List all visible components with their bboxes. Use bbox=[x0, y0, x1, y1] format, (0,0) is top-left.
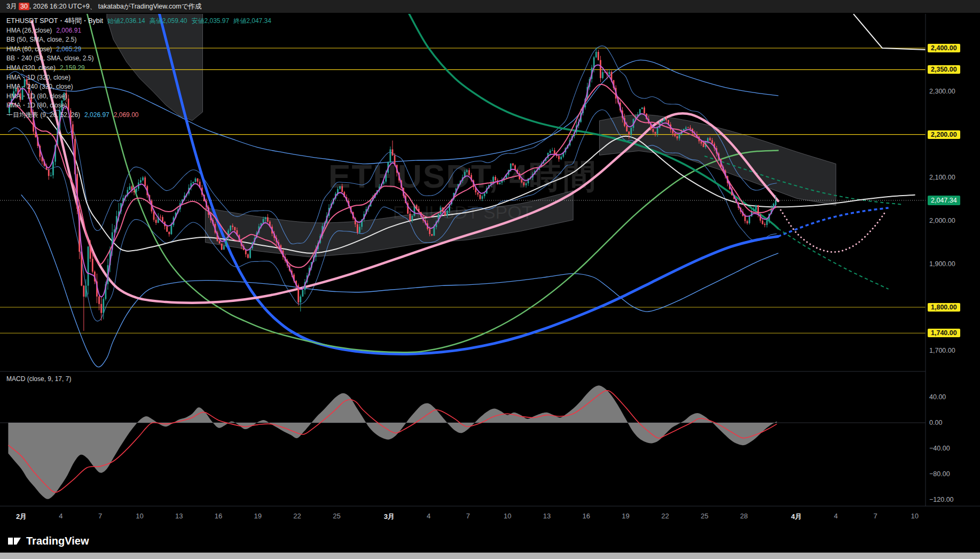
macd-tick: −120.00 bbox=[929, 496, 954, 503]
snapshot-attribution: , 2026 16:20 UTC+9、 takatabaがTradingView… bbox=[29, 3, 202, 10]
time-tick: 3月 bbox=[384, 512, 395, 522]
legend-row[interactable]: 一目均衡表 (9, 26, 52, 26)2,026.972,069.00 bbox=[6, 111, 271, 120]
legend-value: 2,065.29 bbox=[56, 45, 81, 53]
tradingview-screenshot: 3月 30, 2026 16:20 UTC+9、 takatabaがTradin… bbox=[0, 0, 980, 559]
macd-tick: −40.00 bbox=[929, 445, 950, 452]
legend-row[interactable]: HMA (26, close)2,006.91 bbox=[6, 26, 271, 36]
price-tick: 2,000.00 bbox=[929, 217, 955, 224]
legend-label: BB (50, SMA, close, 2.5) bbox=[6, 36, 76, 43]
legend-value: 高値2,059.40 bbox=[150, 17, 187, 25]
current-price-badge: 2,047.34 bbox=[928, 196, 960, 205]
macd-tick: −80.00 bbox=[929, 470, 950, 478]
legend-row[interactable]: BB・240 (50, SMA, close, 2.5) bbox=[6, 54, 271, 64]
drawn-trendline[interactable] bbox=[853, 14, 926, 50]
price-tick: 1,900.00 bbox=[929, 260, 955, 268]
legend-value: 2,159.29 bbox=[60, 64, 85, 72]
indicator-legend[interactable]: ETHUSDT SPOT・4時間・Bybit始値2,036.14高値2,059.… bbox=[6, 17, 271, 120]
top-info-bar: 3月 30, 2026 16:20 UTC+9、 takatabaがTradin… bbox=[0, 0, 980, 13]
time-tick: 4月 bbox=[791, 512, 802, 522]
legend-label: BB・240 (50, SMA, close, 2.5) bbox=[6, 55, 93, 62]
price-tick: 2,100.00 bbox=[929, 174, 955, 181]
time-tick: 16 bbox=[583, 512, 590, 520]
time-tick: 25 bbox=[333, 512, 340, 520]
time-tick: 10 bbox=[911, 512, 919, 520]
price-level-badge: 1,740.00 bbox=[928, 329, 960, 337]
legend-value: 2,069.00 bbox=[114, 111, 139, 119]
legend-label: HMA (320, close) bbox=[6, 64, 56, 72]
price-level-badge: 1,800.00 bbox=[928, 303, 960, 312]
pink-projection-cup[interactable] bbox=[781, 210, 886, 252]
legend-row[interactable]: HMA (320, close)2,159.29 bbox=[6, 64, 271, 73]
time-tick: 28 bbox=[740, 512, 748, 520]
hma-1d-320-blue-projection bbox=[778, 208, 889, 236]
legend-row[interactable]: HMA (60, close)2,065.29 bbox=[6, 45, 271, 55]
legend-row[interactable]: BB (50, SMA, close, 2.5) bbox=[6, 35, 271, 45]
time-tick: 10 bbox=[136, 512, 143, 520]
tradingview-logo-icon bbox=[7, 534, 21, 548]
time-tick: 22 bbox=[293, 512, 301, 520]
legend-label: HMA (26, close) bbox=[6, 27, 52, 34]
macd-tick: 0.00 bbox=[929, 419, 942, 426]
legend-value: 終値2,047.34 bbox=[233, 17, 271, 25]
macd-tick: 40.00 bbox=[929, 393, 946, 401]
price-tick: 2,300.00 bbox=[929, 88, 955, 95]
time-tick: 2月 bbox=[16, 512, 27, 522]
time-tick: 13 bbox=[175, 512, 183, 520]
time-tick: 4 bbox=[834, 512, 838, 520]
legend-row[interactable]: HMA・1D (80, close) bbox=[6, 101, 271, 111]
price-level-badge: 2,200.00 bbox=[928, 130, 960, 139]
legend-label: HMA・1D (320, close) bbox=[6, 74, 70, 81]
legend-label: 一目均衡表 (9, 26, 52, 26) bbox=[6, 111, 80, 119]
snapshot-date-prefix: 3月 bbox=[6, 3, 19, 10]
legend-label: ETHUSDT SPOT・4時間・Bybit bbox=[6, 17, 103, 25]
legend-row[interactable]: HMA・1D (80, close) bbox=[6, 92, 271, 102]
time-tick: 19 bbox=[622, 512, 629, 520]
legend-value: 2,026.97 bbox=[84, 111, 109, 119]
price-axis[interactable]: 2,400.002,350.002,300.002,200.002,100.00… bbox=[926, 0, 980, 529]
legend-label: HMA (60, close) bbox=[6, 45, 52, 53]
time-tick: 7 bbox=[98, 512, 102, 520]
hma-240-320-teal bbox=[409, 13, 778, 228]
time-axis[interactable]: 2月471013161922253月47101316192225284月4710 bbox=[0, 506, 926, 529]
price-level-badge: 2,400.00 bbox=[928, 44, 960, 52]
legend-row[interactable]: HMA・240 (320, close) bbox=[6, 82, 271, 92]
time-tick: 25 bbox=[701, 512, 708, 520]
macd-histogram-area bbox=[8, 385, 777, 499]
tradingview-logo[interactable]: TradingView bbox=[7, 534, 89, 548]
macd-indicator-title[interactable]: MACD (close, 9, 17, 7) bbox=[6, 375, 71, 383]
time-tick: 13 bbox=[543, 512, 551, 520]
hma-240-320-teal-projection bbox=[778, 229, 889, 289]
time-tick: 7 bbox=[873, 512, 877, 520]
time-tick: 4 bbox=[59, 512, 62, 520]
time-tick: 4 bbox=[427, 512, 430, 520]
legend-label: HMA・1D (80, close) bbox=[6, 102, 67, 109]
macd-pane[interactable] bbox=[0, 385, 926, 499]
legend-row[interactable]: ETHUSDT SPOT・4時間・Bybit始値2,036.14高値2,059.… bbox=[6, 17, 271, 26]
time-tick: 16 bbox=[215, 512, 222, 520]
price-level-badge: 2,350.00 bbox=[928, 65, 960, 74]
legend-label: HMA・1D (80, close) bbox=[6, 92, 67, 100]
macd-signal-line bbox=[8, 391, 777, 492]
price-tick: 1,700.00 bbox=[929, 347, 955, 354]
tradingview-logo-text: TradingView bbox=[26, 535, 89, 547]
time-tick: 22 bbox=[661, 512, 669, 520]
legend-value: 始値2,036.14 bbox=[107, 17, 145, 25]
bottom-gray-strip bbox=[0, 553, 980, 559]
time-tick: 19 bbox=[254, 512, 262, 520]
time-tick: 7 bbox=[466, 512, 470, 520]
legend-label: HMA・240 (320, close) bbox=[6, 83, 73, 90]
legend-value: 安値2,035.97 bbox=[192, 17, 230, 25]
time-tick: 10 bbox=[504, 512, 511, 520]
legend-value: 2,006.91 bbox=[56, 27, 81, 34]
legend-row[interactable]: HMA・1D (320, close) bbox=[6, 73, 271, 83]
snapshot-date-day-highlight: 30 bbox=[19, 3, 29, 10]
